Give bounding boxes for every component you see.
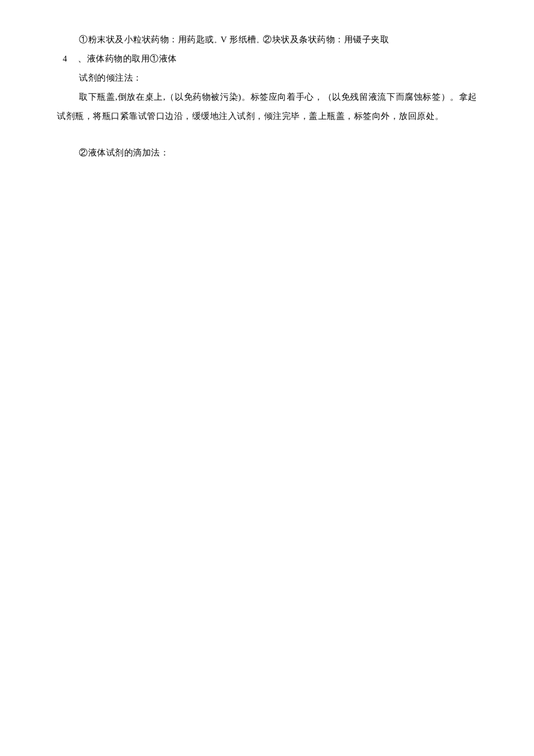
line-1-sub2: 。 xyxy=(257,37,264,44)
paragraph-gap xyxy=(57,126,477,143)
line-1-sub1: 。 xyxy=(214,37,221,44)
line-1-prefix: ①粉末状及小粒状药物：用药匙或 xyxy=(79,35,214,44)
line-4-text: 取下瓶盖,倒放在桌上,（以免药物被污染)。标签应向着手心，（以免残留液流下而腐蚀… xyxy=(57,92,477,121)
list-number-4: 4 xyxy=(63,49,78,68)
line-4: 取下瓶盖,倒放在桌上,（以免药物被污染)。标签应向着手心，（以免残留液流下而腐蚀… xyxy=(57,88,477,126)
line-2: 4、液体药物的取用①液体 xyxy=(57,49,477,68)
line-2-text: 、液体药物的取用①液体 xyxy=(78,54,177,63)
line-1-suffix: ②块状及条状药物：用镊子夹取 xyxy=(263,35,389,44)
line-5: ②液体试剂的滴加法： xyxy=(57,143,477,162)
line-5-text: ②液体试剂的滴加法： xyxy=(79,148,169,157)
line-1-mid: V 形纸槽 xyxy=(221,35,257,44)
line-3: 试剂的倾注法： xyxy=(57,68,477,88)
line-1: ①粉末状及小粒状药物：用药匙或。V 形纸槽。②块状及条状药物：用镊子夹取 xyxy=(57,30,477,49)
line-3-text: 试剂的倾注法： xyxy=(79,73,142,82)
